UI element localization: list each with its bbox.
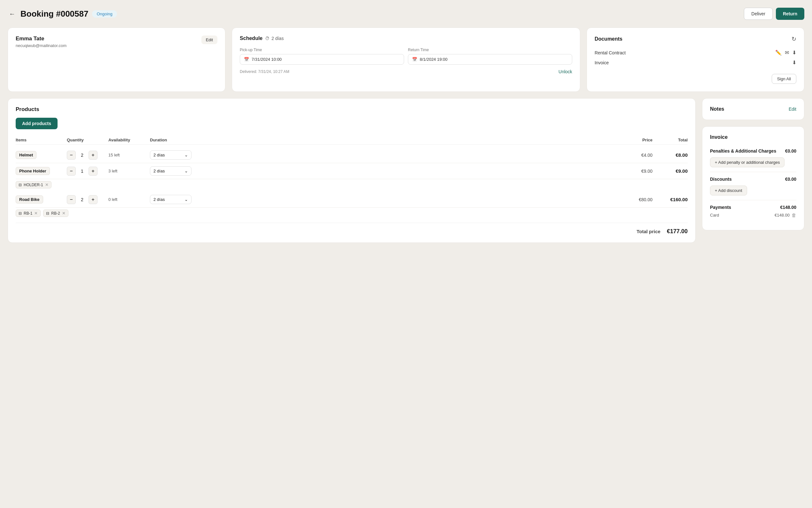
remove-serial-rb2-button[interactable]: ✕ — [62, 211, 65, 216]
notes-edit-button[interactable]: Edit — [789, 107, 796, 112]
main-content: Products Add products Items Quantity Ava… — [8, 98, 804, 243]
discounts-label: Discounts — [710, 177, 732, 182]
discounts-row: Discounts €0.00 — [710, 177, 796, 182]
penalties-row: Penalties & Additional Charges €0.00 — [710, 149, 796, 154]
documents-title: Documents — [594, 36, 622, 42]
payments-row: Payments €148.00 — [710, 205, 796, 210]
clock-icon: ⏱ — [265, 36, 270, 41]
products-title: Products — [16, 106, 688, 113]
download-contract-button[interactable]: ⬇ — [792, 50, 796, 56]
total-phone-holder: €9.00 — [653, 168, 688, 174]
card-label: Card — [710, 213, 719, 217]
qty-value-helmet: 2 — [79, 153, 85, 158]
customer-edit-button[interactable]: Edit — [201, 36, 218, 44]
pickup-field: Pick-up Time 📅 7/31/2024 10:00 — [240, 48, 404, 65]
products-card: Products Add products Items Quantity Ava… — [8, 98, 696, 243]
add-products-button[interactable]: Add products — [16, 118, 57, 129]
return-label: Return Time — [408, 48, 572, 52]
invoice-doc-row: Invoice ⬇ — [594, 57, 796, 68]
customer-header: Emma Tate necuqiwub@mailinator.com Edit — [16, 36, 218, 48]
products-table-header: Items Quantity Availability Duration Pri… — [16, 136, 688, 144]
serial-icon-rb1: ⊟ — [18, 211, 22, 216]
customer-name: Emma Tate — [16, 36, 66, 42]
delivered-row: Delivered: 7/31/24, 10:27 AM Unlock — [240, 69, 572, 74]
notes-title: Notes — [710, 106, 724, 112]
qty-value-phone-holder: 1 — [79, 169, 85, 174]
price-helmet: €4.00 — [201, 153, 653, 158]
delivered-text: Delivered: 7/31/24, 10:27 AM — [240, 70, 289, 74]
rental-contract-row: Rental Contract ✏️ ✉ ⬇ — [594, 48, 796, 57]
penalties-label: Penalties & Additional Charges — [710, 149, 776, 154]
serial-label: HOLDER-1 — [23, 183, 43, 187]
serials-road-bike: ⊟ RB-1 ✕ ⊟ RB-2 ✕ — [16, 208, 688, 220]
deliver-button[interactable]: Deliver — [744, 8, 773, 20]
table-row: Helmet − 2 + 15 left 2 días ⌄ €4.00 €8.0… — [16, 147, 688, 163]
payments-section: Payments €148.00 Card €148.00 🗑 — [710, 200, 796, 222]
refresh-documents-button[interactable]: ↻ — [792, 36, 796, 43]
back-button[interactable]: ← — [8, 9, 17, 19]
avail-phone-holder: 3 left — [108, 169, 150, 173]
table-row: Phone Holder − 1 + 3 left 2 días ⌄ €9.00… — [16, 163, 688, 179]
invoice-card: Invoice Penalties & Additional Charges €… — [702, 126, 804, 230]
product-name-road-bike: Road Bike — [16, 196, 67, 204]
table-row: Road Bike − 2 + 0 left 2 días ⌄ €80.00 €… — [16, 192, 688, 208]
product-group-road-bike: Road Bike − 2 + 0 left 2 días ⌄ €80.00 €… — [16, 192, 688, 220]
qty-increase-phone-holder[interactable]: + — [89, 167, 97, 176]
qty-decrease-road-bike[interactable]: − — [67, 195, 76, 204]
duration-helmet[interactable]: 2 días ⌄ — [150, 151, 191, 160]
total-price-label: Total price — [636, 229, 661, 234]
avail-road-bike: 0 left — [108, 197, 150, 202]
qty-control-road-bike: − 2 + — [67, 195, 108, 204]
calendar-icon-2: 📅 — [412, 57, 417, 62]
product-name-helmet: Helmet — [16, 151, 67, 159]
qty-decrease-helmet[interactable]: − — [67, 151, 76, 160]
email-contract-button[interactable]: ✉ — [785, 50, 789, 56]
download-invoice-button[interactable]: ⬇ — [792, 59, 796, 66]
serial-icon: ⊟ — [18, 183, 22, 187]
qty-control-phone-holder: − 1 + — [67, 167, 108, 176]
col-total: Total — [653, 137, 688, 142]
rental-contract-label: Rental Contract — [594, 50, 626, 55]
return-field: Return Time 📅 8/1/2024 19:00 — [408, 48, 572, 65]
schedule-card: Schedule ⏱ 2 días Pick-up Time 📅 7/31/20… — [232, 28, 580, 92]
total-price-value: €177.00 — [667, 228, 688, 235]
sign-all-button[interactable]: Sign All — [772, 74, 796, 84]
list-item: ⊟ HOLDER-1 ✕ — [16, 181, 51, 188]
card-value: €148.00 🗑 — [775, 212, 796, 218]
col-quantity: Quantity — [67, 137, 108, 142]
duration-phone-holder[interactable]: 2 días ⌄ — [150, 166, 191, 176]
remove-serial-button[interactable]: ✕ — [45, 182, 49, 187]
documents-header: Documents ↻ — [594, 36, 796, 43]
return-button[interactable]: Return — [776, 8, 804, 20]
schedule-duration: ⏱ 2 días — [265, 36, 284, 41]
return-input[interactable]: 📅 8/1/2024 19:00 — [408, 54, 572, 65]
serial-label-rb1: RB-1 — [23, 211, 32, 216]
price-road-bike: €80.00 — [201, 197, 653, 202]
duration-road-bike[interactable]: 2 días ⌄ — [150, 195, 191, 204]
serial-icon-rb2: ⊟ — [46, 211, 49, 216]
left-column: Products Add products Items Quantity Ava… — [8, 98, 696, 243]
price-phone-holder: €9.00 — [201, 169, 653, 174]
add-discount-button[interactable]: + Add discount — [710, 185, 747, 196]
penalties-value: €0.00 — [785, 149, 796, 154]
invoice-title: Invoice — [710, 134, 796, 140]
delete-card-payment-button[interactable]: 🗑 — [792, 212, 796, 218]
notes-header: Notes Edit — [710, 106, 796, 112]
qty-decrease-phone-holder[interactable]: − — [67, 167, 76, 176]
qty-value-road-bike: 2 — [79, 197, 85, 202]
page-title: Booking #000587 — [20, 9, 88, 19]
add-penalty-button[interactable]: + Add penalty or additional charges — [710, 157, 784, 167]
top-row: Emma Tate necuqiwub@mailinator.com Edit … — [8, 28, 804, 92]
customer-email: necuqiwub@mailinator.com — [16, 43, 66, 48]
qty-increase-helmet[interactable]: + — [89, 151, 97, 160]
discounts-value: €0.00 — [785, 177, 796, 182]
edit-contract-button[interactable]: ✏️ — [775, 50, 782, 56]
col-duration: Duration — [150, 137, 201, 142]
pickup-input[interactable]: 📅 7/31/2024 10:00 — [240, 54, 404, 65]
documents-card: Documents ↻ Rental Contract ✏️ ✉ ⬇ Invoi… — [587, 28, 804, 92]
remove-serial-rb1-button[interactable]: ✕ — [34, 211, 38, 216]
unlock-button[interactable]: Unlock — [559, 69, 572, 74]
payments-value: €148.00 — [780, 205, 796, 210]
invoice-doc-actions: ⬇ — [792, 59, 796, 66]
qty-increase-road-bike[interactable]: + — [89, 195, 97, 204]
